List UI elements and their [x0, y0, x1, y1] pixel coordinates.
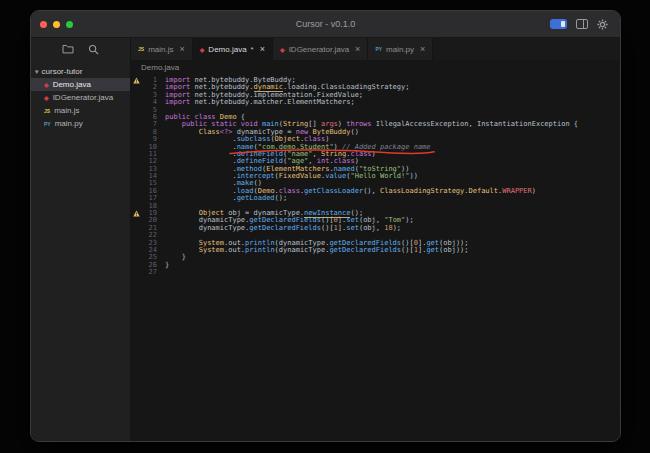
py-file-icon: PY: [375, 46, 382, 52]
ai-panel-toggle-icon[interactable]: [550, 19, 567, 29]
file-list: ◆Demo.java◆IDGenerator.javaJSmain.jsPYma…: [31, 78, 130, 130]
java-file-icon: ◆: [200, 46, 205, 53]
file-label: IDGenerator.java: [53, 93, 113, 102]
caret-down-icon: ▾: [35, 68, 39, 75]
py-file-icon: PY: [44, 121, 51, 127]
tab-bar: JSmain.js×◆Demo.java*×◆IDGenerator.java×…: [131, 38, 620, 60]
gutter-spacer: [131, 114, 141, 121]
code-line-25: 25 }: [131, 254, 620, 261]
tab-label: IDGenerator.java: [289, 45, 349, 54]
gutter-spacer: [131, 158, 141, 165]
tab-Demo.java[interactable]: ◆Demo.java*×: [193, 38, 273, 60]
gutter-spacer: [131, 240, 141, 247]
file-item-main.js[interactable]: JSmain.js: [31, 104, 130, 117]
titlebar-actions: [550, 19, 620, 30]
gutter-spacer: [131, 84, 141, 91]
file-item-IDGenerator.java[interactable]: ◆IDGenerator.java: [31, 91, 130, 104]
close-tab-icon[interactable]: ×: [355, 45, 360, 53]
code-line-24: 24 System.out.println(dynamicType.getDec…: [131, 247, 620, 254]
close-tab-icon[interactable]: ×: [179, 45, 184, 53]
gutter-spacer: [131, 254, 141, 261]
gutter-spacer: [131, 188, 141, 195]
gutter-spacer: [131, 92, 141, 99]
code-line-21: 21 dynamicType.getDeclaredFields()[1].se…: [131, 225, 620, 232]
code-line-17: 17 .getLoaded();: [131, 195, 620, 202]
java-file-icon: ◆: [44, 94, 49, 101]
editor-group: JSmain.js×◆Demo.java*×◆IDGenerator.java×…: [131, 38, 620, 442]
java-file-icon: ◆: [280, 46, 285, 53]
gutter-spacer: [131, 232, 141, 239]
zoom-window-button[interactable]: [66, 21, 73, 28]
gutter-spacer: [131, 269, 141, 276]
tab-main.js[interactable]: JSmain.js×: [131, 38, 193, 60]
breadcrumb[interactable]: Demo.java: [131, 60, 620, 75]
file-item-main.py[interactable]: PYmain.py: [31, 117, 130, 130]
js-file-icon: JS: [44, 108, 50, 114]
gutter-spacer: [131, 144, 141, 151]
code-text: System.out.println(dynamicType.getDeclar…: [165, 247, 620, 254]
sidebar: ▾ cursor-tutor ◆Demo.java◆IDGenerator.ja…: [31, 38, 131, 442]
tab-label: Demo.java: [208, 45, 246, 54]
line-number: 27: [141, 269, 157, 276]
desktop: { "window": { "title": "Cursor - v0.1.0"…: [0, 0, 650, 453]
code-text: }: [165, 254, 620, 261]
file-label: main.js: [54, 106, 79, 115]
warning-icon: [131, 210, 141, 217]
workspace-folder[interactable]: ▾ cursor-tutor: [31, 65, 130, 78]
gutter-spacer: [131, 136, 141, 143]
gutter-spacer: [131, 180, 141, 187]
warning-icon: [131, 77, 141, 84]
gutter-spacer: [131, 173, 141, 180]
gutter-spacer: [131, 225, 141, 232]
sidebar-toolbar: [31, 38, 130, 60]
split-layout-icon[interactable]: [576, 19, 588, 29]
code-line-4: 4import net.bytebuddy.matcher.ElementMat…: [131, 99, 620, 106]
file-label: Demo.java: [53, 80, 91, 89]
tab-label: main.py: [386, 45, 414, 54]
gutter-spacer: [131, 262, 141, 269]
close-tab-icon[interactable]: ×: [420, 45, 425, 53]
minimize-window-button[interactable]: [53, 21, 60, 28]
code-text: [165, 269, 620, 276]
js-file-icon: JS: [138, 46, 144, 52]
window-title: Cursor - v0.1.0: [31, 19, 620, 29]
breadcrumb-file: Demo.java: [141, 63, 179, 72]
code-text: .getLoaded();: [165, 195, 620, 202]
file-explorer: ▾ cursor-tutor ◆Demo.java◆IDGenerator.ja…: [31, 65, 130, 130]
modified-indicator: *: [251, 45, 254, 54]
file-label: main.py: [55, 119, 83, 128]
search-icon[interactable]: [88, 44, 99, 55]
code-text: dynamicType.getDeclaredFields()[1].set(o…: [165, 225, 620, 232]
gutter-spacer: [131, 166, 141, 173]
explorer-folder-icon[interactable]: [62, 44, 74, 54]
tab-IDGenerator.java[interactable]: ◆IDGenerator.java×: [273, 38, 368, 60]
gutter-spacer: [131, 217, 141, 224]
tab-label: main.js: [148, 45, 173, 54]
workspace-name: cursor-tutor: [42, 67, 83, 76]
app-window: Cursor - v0.1.0: [30, 10, 621, 442]
code-lines: 1import net.bytebuddy.ByteBuddy;2import …: [131, 77, 620, 277]
gutter-spacer: [131, 151, 141, 158]
traffic-lights: [31, 21, 73, 28]
close-window-button[interactable]: [40, 21, 47, 28]
gutter-spacer: [131, 107, 141, 114]
code-editor[interactable]: 1import net.bytebuddy.ByteBuddy;2import …: [131, 75, 620, 442]
gutter-spacer: [131, 195, 141, 202]
gutter-spacer: [131, 99, 141, 106]
titlebar[interactable]: Cursor - v0.1.0: [31, 11, 620, 38]
code-text: import net.bytebuddy.matcher.ElementMatc…: [165, 99, 620, 106]
gutter-spacer: [131, 247, 141, 254]
java-file-icon: ◆: [44, 81, 49, 88]
gutter-spacer: [131, 129, 141, 136]
code-line-26: 26}: [131, 262, 620, 269]
tab-main.py[interactable]: PYmain.py×: [368, 38, 433, 60]
gutter-spacer: [131, 121, 141, 128]
settings-gear-icon[interactable]: [597, 19, 608, 30]
close-tab-icon[interactable]: ×: [260, 45, 265, 53]
code-line-27: 27: [131, 269, 620, 276]
window-content: ▾ cursor-tutor ◆Demo.java◆IDGenerator.ja…: [31, 38, 620, 442]
gutter-spacer: [131, 203, 141, 210]
code-text: }: [165, 262, 620, 269]
file-item-Demo.java[interactable]: ◆Demo.java: [31, 78, 130, 91]
